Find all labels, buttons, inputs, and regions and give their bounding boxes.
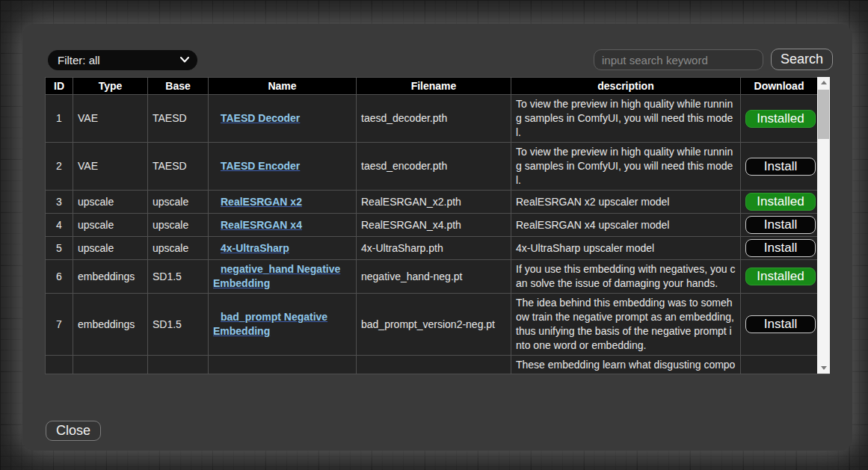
model-name-link[interactable]: TAESD Encoder [221,160,300,172]
cell-base [148,356,209,375]
models-table: IDTypeBaseNameFilenamedescriptionDownloa… [45,77,818,374]
column-header-base: Base [148,78,209,95]
cell-base: SD1.5 [148,294,209,356]
cell-type: upscale [73,191,148,214]
cell-filename: taesd_decoder.pth [357,95,511,143]
scroll-down-icon [821,366,827,370]
table-row: 3upscaleupscaleRealESRGAN x2RealESRGAN_x… [46,191,818,214]
cell-download: Install [741,294,818,356]
cell-name [209,356,357,375]
cell-filename: RealESRGAN_x4.pth [357,214,511,237]
cell-download: Installed [741,191,818,214]
cell-description: The idea behind this embedding was to so… [511,294,741,356]
cell-filename: taesd_encoder.pth [357,143,511,191]
close-button[interactable]: Close [46,421,101,441]
cell-filename: negative_hand-neg.pt [357,260,511,294]
cell-base: upscale [148,191,209,214]
cell-filename [357,356,511,375]
cell-id: 2 [46,143,73,191]
cell-id [46,356,73,375]
install-button[interactable]: Install [745,216,816,234]
table-header-row: IDTypeBaseNameFilenamedescriptionDownloa… [46,78,818,95]
cell-description: RealESRGAN x4 upscaler model [511,214,741,237]
table-row: 6embeddingsSD1.5negative_hand Negative E… [46,260,818,294]
scrollbar-up-button[interactable] [817,77,830,88]
column-header-name: Name [209,78,357,95]
cell-id: 4 [46,214,73,237]
cell-name: negative_hand Negative Embedding [209,260,357,294]
cell-base: SD1.5 [148,260,209,294]
table-row: 7embeddingsSD1.5bad_prompt Negative Embe… [46,294,818,356]
cell-type: upscale [73,237,148,260]
install-button[interactable]: Install [745,239,816,257]
search-button[interactable]: Search [771,49,833,70]
cell-id: 3 [46,191,73,214]
cell-download: Install [741,143,818,191]
column-header-id: ID [46,78,73,95]
table-row: These embedding learn what disgusting co… [46,356,818,375]
cell-type: VAE [73,143,148,191]
installed-button[interactable]: Installed [745,193,816,211]
model-name-link[interactable]: bad_prompt Negative Embedding [213,311,327,337]
cell-download [741,356,818,375]
cell-id: 6 [46,260,73,294]
cell-base: TAESD [148,143,209,191]
column-header-filename: Filename [357,78,511,95]
column-header-type: Type [73,78,148,95]
model-manager-dialog: Filter: all Search IDTypeBaseNameFilenam… [22,24,852,451]
cell-description: RealESRGAN x2 upscaler model [511,191,741,214]
cell-filename: RealESRGAN_x2.pth [357,191,511,214]
cell-id: 7 [46,294,73,356]
cell-description: 4x-UltraSharp upscaler model [511,237,741,260]
cell-type: VAE [73,95,148,143]
installed-button[interactable]: Installed [745,110,816,128]
column-header-description: description [511,78,741,95]
table-row: 5upscaleupscale4x-UltraSharp4x-UltraShar… [46,237,818,260]
cell-name: RealESRGAN x2 [209,191,357,214]
table-row: 1VAETAESDTAESD Decodertaesd_decoder.pthT… [46,95,818,143]
cell-description: If you use this embedding with negatives… [511,260,741,294]
cell-download: Install [741,237,818,260]
cell-type: upscale [73,214,148,237]
cell-filename: bad_prompt_version2-neg.pt [357,294,511,356]
installed-button[interactable]: Installed [745,268,816,285]
table-row: 2VAETAESDTAESD Encodertaesd_encoder.pthT… [46,143,818,191]
cell-name: bad_prompt Negative Embedding [209,294,357,356]
search-input[interactable] [594,49,763,70]
cell-description: To view the preview in high quality whil… [511,143,741,191]
cell-type: embeddings [73,294,148,356]
cell-name: 4x-UltraSharp [209,237,357,260]
cell-filename: 4x-UltraSharp.pth [357,237,511,260]
cell-description: These embedding learn what disgusting co… [511,356,741,375]
models-table-container: IDTypeBaseNameFilenamedescriptionDownloa… [45,77,830,374]
cell-id: 1 [46,95,73,143]
column-header-download: Download [741,78,818,95]
cell-type: embeddings [73,260,148,294]
model-name-link[interactable]: negative_hand Negative Embedding [213,263,340,289]
install-button[interactable]: Install [745,158,816,176]
scrollbar-thumb[interactable] [818,90,829,139]
cell-base: upscale [148,214,209,237]
scrollbar-down-button[interactable] [817,362,830,374]
model-name-link[interactable]: 4x-UltraSharp [221,242,289,254]
table-scrollbar[interactable] [817,77,830,374]
install-button[interactable]: Install [745,315,816,333]
cell-download: Install [741,214,818,237]
cell-download: Installed [741,260,818,294]
cell-description: To view the preview in high quality whil… [511,95,741,143]
cell-name: TAESD Encoder [209,143,357,191]
cell-type [73,356,148,375]
table-row: 4upscaleupscaleRealESRGAN x4RealESRGAN_x… [46,214,818,237]
cell-base: upscale [148,237,209,260]
filter-select[interactable]: Filter: all [48,50,197,70]
cell-name: RealESRGAN x4 [209,214,357,237]
cell-id: 5 [46,237,73,260]
cell-base: TAESD [148,95,209,143]
model-name-link[interactable]: TAESD Decoder [221,112,300,124]
cell-download: Installed [741,95,818,143]
model-name-link[interactable]: RealESRGAN x4 [221,219,302,231]
model-name-link[interactable]: RealESRGAN x2 [221,196,302,208]
scroll-up-icon [821,81,827,84]
cell-name: TAESD Decoder [209,95,357,143]
